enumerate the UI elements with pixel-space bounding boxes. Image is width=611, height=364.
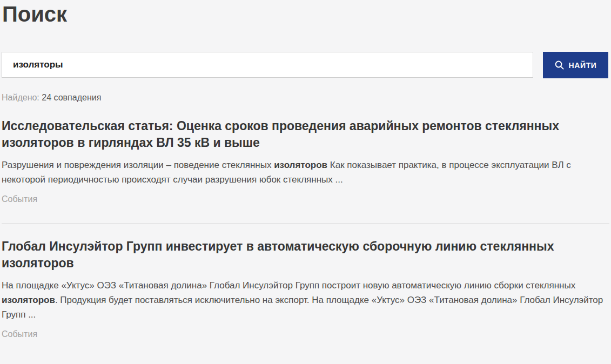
search-result-item: Глобал Инсулэйтор Групп инвестирует в ав… xyxy=(2,238,609,339)
search-button[interactable]: НАЙТИ xyxy=(543,52,608,78)
results-list: Исследовательская статья: Оценка сроков … xyxy=(2,118,609,339)
result-divider xyxy=(2,224,609,224)
results-count-value: 24 совпадения xyxy=(42,93,101,102)
page-title: Поиск xyxy=(2,1,609,27)
search-bar: НАЙТИ xyxy=(2,52,609,78)
result-title-link[interactable]: Исследовательская статья: Оценка сроков … xyxy=(2,118,609,151)
results-count: Найдено: 24 совпадения xyxy=(2,93,609,103)
magnifier-icon xyxy=(555,60,564,70)
result-snippet: На площадке «Уктус» ОЭЗ «Титановая долин… xyxy=(2,278,609,322)
results-count-label: Найдено: xyxy=(2,93,39,102)
search-page: Поиск НАЙТИ Найдено: 24 совпадения Иссле… xyxy=(0,1,611,339)
result-category-label: События xyxy=(2,194,609,204)
result-category-label: События xyxy=(2,329,609,339)
search-input[interactable] xyxy=(2,52,533,78)
search-result-item: Исследовательская статья: Оценка сроков … xyxy=(2,118,609,224)
result-title-link[interactable]: Глобал Инсулэйтор Групп инвестирует в ав… xyxy=(2,238,609,272)
search-button-label: НАЙТИ xyxy=(569,61,597,70)
result-snippet: Разрушения и повреждения изоляции – пове… xyxy=(2,158,609,187)
